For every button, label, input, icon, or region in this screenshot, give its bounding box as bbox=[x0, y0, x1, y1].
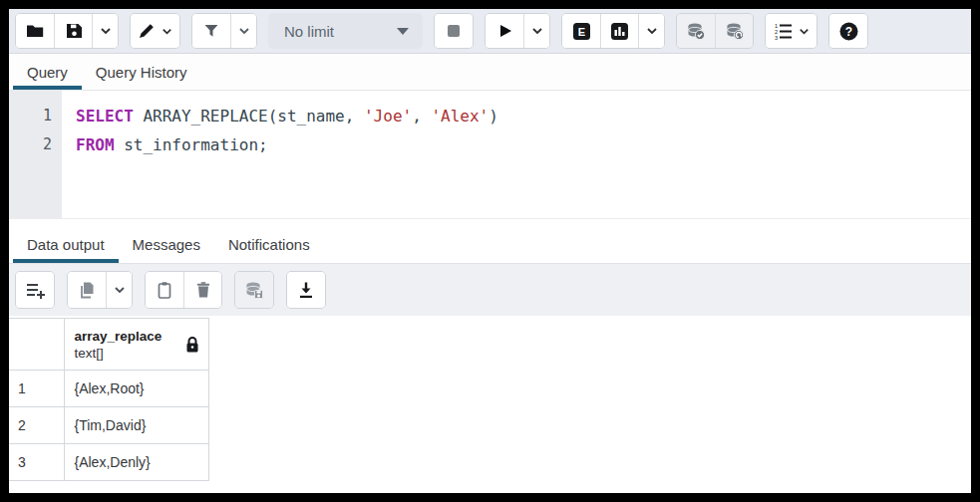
edit-button-group bbox=[130, 13, 180, 49]
tab-messages-label: Messages bbox=[133, 236, 200, 253]
add-row-button-group bbox=[15, 271, 55, 309]
array-replace-cell[interactable]: {Alex,Denly} bbox=[64, 444, 208, 481]
add-row-icon bbox=[25, 280, 46, 300]
row-number-cell[interactable]: 3 bbox=[9, 444, 64, 481]
row-number-column-header[interactable] bbox=[9, 319, 64, 371]
column-header-array-replace[interactable]: array_replace text[] bbox=[64, 319, 208, 371]
row-number-cell[interactable]: 1 bbox=[9, 371, 64, 407]
chevron-down-icon bbox=[113, 283, 127, 297]
sql-line[interactable]: FROM st_information; bbox=[76, 130, 971, 159]
rollback-button[interactable] bbox=[715, 14, 753, 48]
copy-button-group bbox=[67, 271, 133, 309]
chevron-down-icon bbox=[237, 24, 251, 38]
macros-button-group: 1 2 3 bbox=[765, 13, 817, 49]
commit-icon bbox=[685, 20, 707, 42]
explain-button-group: E bbox=[561, 13, 665, 49]
explain-analyze-button[interactable] bbox=[600, 14, 638, 48]
tab-data-output[interactable]: Data output bbox=[13, 226, 119, 263]
row-limit-select[interactable]: No limit bbox=[268, 13, 423, 49]
main-toolbar: No limit bbox=[9, 9, 971, 54]
macros-button[interactable]: 1 2 3 bbox=[766, 14, 817, 48]
save-data-button[interactable] bbox=[235, 272, 273, 308]
lock-icon bbox=[184, 336, 200, 354]
help-button-group: ? bbox=[828, 13, 868, 49]
tab-query[interactable]: Query bbox=[13, 54, 82, 90]
macros-icon: 1 2 3 bbox=[772, 21, 794, 41]
sql-line[interactable]: SELECT ARRAY_REPLACE(st_name, 'Joe', 'Al… bbox=[76, 102, 971, 130]
execute-button-group bbox=[485, 13, 550, 49]
commit-button[interactable] bbox=[677, 14, 715, 48]
table-row: 3{Alex,Denly} bbox=[9, 444, 208, 481]
data-output-grid: array_replace text[] bbox=[9, 316, 971, 493]
results-toolbar bbox=[9, 264, 971, 316]
tab-notifications-label: Notifications bbox=[228, 236, 310, 253]
line-number: 2 bbox=[9, 130, 52, 159]
save-data-icon bbox=[243, 279, 265, 301]
filter-button[interactable] bbox=[192, 14, 230, 48]
paste-button[interactable] bbox=[146, 272, 183, 308]
transaction-button-group bbox=[676, 13, 754, 49]
tab-query-history[interactable]: Query History bbox=[82, 54, 201, 90]
copy-dropdown-button[interactable] bbox=[106, 272, 132, 308]
download-button-group bbox=[286, 271, 326, 309]
execute-button[interactable] bbox=[486, 14, 523, 48]
explain-dropdown-button[interactable] bbox=[638, 14, 664, 48]
tab-data-output-label: Data output bbox=[27, 236, 105, 253]
svg-text:?: ? bbox=[844, 25, 851, 39]
chevron-down-icon bbox=[798, 25, 811, 38]
stop-icon bbox=[444, 21, 464, 41]
tab-notifications[interactable]: Notifications bbox=[214, 226, 324, 263]
panel-splitter[interactable] bbox=[9, 219, 971, 226]
array-replace-cell[interactable]: {Tim,David} bbox=[64, 407, 208, 444]
filter-icon bbox=[201, 21, 221, 41]
save-button[interactable] bbox=[54, 14, 92, 48]
copy-button[interactable] bbox=[68, 272, 106, 308]
help-button[interactable]: ? bbox=[829, 14, 867, 48]
sql-editor[interactable]: 12 SELECT ARRAY_REPLACE(st_name, 'Joe', … bbox=[9, 91, 971, 219]
tab-query-label: Query bbox=[27, 64, 68, 81]
open-file-icon bbox=[25, 21, 45, 41]
download-icon bbox=[296, 280, 316, 300]
chevron-down-icon bbox=[530, 24, 544, 38]
delete-button[interactable] bbox=[183, 272, 221, 308]
open-file-button[interactable] bbox=[16, 14, 54, 48]
delete-icon bbox=[193, 280, 213, 300]
execute-dropdown-button[interactable] bbox=[523, 14, 549, 48]
column-name: array_replace bbox=[75, 328, 163, 345]
file-button-group bbox=[15, 13, 119, 49]
filter-button-group bbox=[191, 13, 257, 49]
explain-analyze-icon bbox=[609, 21, 630, 42]
stop-button[interactable] bbox=[435, 14, 473, 48]
help-icon: ? bbox=[838, 21, 859, 42]
row-number-cell[interactable]: 2 bbox=[9, 407, 64, 444]
table-row: 1{Alex,Root} bbox=[9, 371, 208, 407]
line-number-gutter: 12 bbox=[9, 91, 62, 218]
tab-messages[interactable]: Messages bbox=[119, 226, 214, 263]
chevron-down-icon bbox=[161, 25, 173, 38]
line-number: 1 bbox=[9, 102, 52, 130]
filter-dropdown-button[interactable] bbox=[230, 14, 256, 48]
sql-code-area[interactable]: SELECT ARRAY_REPLACE(st_name, 'Joe', 'Al… bbox=[62, 91, 971, 218]
paste-icon bbox=[155, 280, 174, 300]
output-tabbar: Data output Messages Notifications bbox=[9, 226, 971, 264]
download-button[interactable] bbox=[287, 272, 325, 308]
column-type: text[] bbox=[75, 345, 163, 362]
save-dropdown-button[interactable] bbox=[92, 14, 118, 48]
table-row: 2{Tim,David} bbox=[9, 407, 208, 444]
caret-down-icon bbox=[397, 28, 409, 35]
paste-delete-button-group bbox=[145, 271, 222, 309]
edit-icon bbox=[137, 21, 157, 41]
explain-button[interactable]: E bbox=[562, 14, 600, 48]
copy-icon bbox=[77, 280, 97, 300]
query-tool-window: No limit bbox=[0, 0, 980, 502]
rollback-icon bbox=[724, 20, 746, 42]
play-icon bbox=[494, 21, 514, 41]
query-tabbar: Query Query History bbox=[9, 54, 971, 91]
row-limit-value: No limit bbox=[284, 23, 334, 40]
add-row-button[interactable] bbox=[16, 272, 54, 308]
array-replace-cell[interactable]: {Alex,Root} bbox=[64, 371, 208, 407]
svg-text:3: 3 bbox=[775, 35, 778, 41]
edit-button[interactable] bbox=[131, 14, 179, 48]
chevron-down-icon bbox=[645, 24, 659, 38]
chevron-down-icon bbox=[99, 24, 113, 38]
